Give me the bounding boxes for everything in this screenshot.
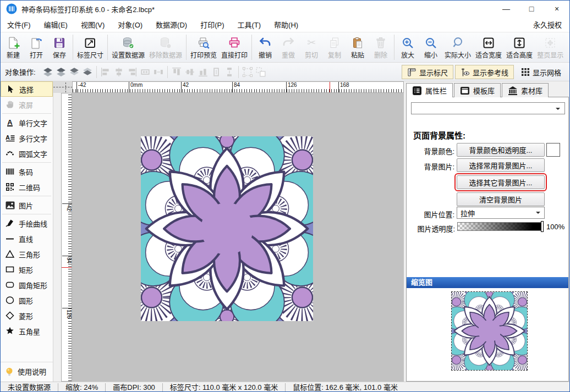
tool-arc-text[interactable]: 圆弧文字	[1, 146, 53, 161]
show-ruler-toggle[interactable]: 显示标尺	[402, 65, 453, 79]
ungroup-icon	[255, 65, 267, 79]
tool-rectangle[interactable]: 矩形	[1, 262, 53, 277]
direct-print-button[interactable]: 直接打印	[219, 34, 250, 61]
image-position-select[interactable]: 拉伸	[457, 207, 545, 219]
bring-to-front-icon[interactable]	[42, 65, 54, 79]
menu-print[interactable]: 打印(P)	[194, 19, 231, 30]
menu-bar: 文件(F) 编辑(E) 视图(V) 对象(O) 数据源(D) 打印(P) 工具(…	[1, 17, 569, 32]
fit-width-button[interactable]: 适合宽度	[473, 34, 504, 61]
align-top-icon	[171, 65, 183, 79]
save-button[interactable]: 保存	[48, 34, 71, 61]
whole-page-icon	[544, 36, 557, 50]
tool-triangle[interactable]: 三角形	[1, 246, 53, 262]
v-ruler-label: 42	[62, 203, 72, 211]
opacity-slider-handle[interactable]	[541, 221, 544, 232]
grid-icon	[521, 68, 530, 76]
properties-list-icon	[412, 86, 422, 96]
help-button[interactable]: 使用说明	[1, 362, 53, 380]
status-mouse-position: 鼠标位置: 162.6 毫米, 101.0 毫米	[285, 383, 405, 391]
toolbar-separator	[186, 35, 187, 60]
database-remove-icon	[159, 36, 172, 50]
send-to-back-icon[interactable]	[55, 65, 67, 79]
tab-properties[interactable]: 属性栏	[406, 83, 453, 97]
bg-color-opacity-button[interactable]: 背景颜色和透明度...	[457, 143, 545, 157]
same-width-icon	[139, 65, 151, 79]
move-down-icon[interactable]	[81, 65, 94, 79]
tool-circle[interactable]: 圆形	[1, 292, 53, 308]
menu-edit[interactable]: 编辑(E)	[37, 19, 74, 30]
print-preview-button[interactable]: 打印预览	[188, 34, 219, 61]
new-button[interactable]: 新建	[2, 34, 25, 61]
line-icon	[4, 234, 15, 244]
tab-materials[interactable]: 素材库	[502, 83, 549, 97]
maximize-button[interactable]: □	[519, 1, 544, 17]
save-icon	[53, 36, 66, 50]
multi-text-icon: A	[4, 133, 15, 143]
open-file-icon	[30, 36, 43, 50]
menu-object[interactable]: 对象(O)	[111, 19, 149, 30]
design-canvas[interactable]	[72, 93, 404, 382]
label-background-image[interactable]	[141, 136, 313, 321]
zoom-in-button[interactable]: 放大	[396, 34, 419, 61]
show-grid-toggle[interactable]: 显示网格	[516, 65, 567, 79]
tab-templates[interactable]: 模板库	[454, 83, 501, 97]
actual-size-button[interactable]: 实际大小	[442, 34, 473, 61]
tool-single-line-text[interactable]: A 单行文字	[1, 115, 53, 130]
whole-page-button: 整页显示	[535, 34, 566, 61]
open-button[interactable]: 打开	[25, 34, 48, 61]
menu-view[interactable]: 视图(V)	[74, 19, 111, 30]
actual-size-icon	[451, 36, 464, 50]
object-selector-dropdown[interactable]	[411, 102, 565, 114]
show-guides-toggle[interactable]: 显示参考线	[455, 65, 514, 79]
menu-help[interactable]: 帮助(H)	[267, 19, 305, 30]
section-title: 页面背景属性:	[413, 129, 465, 141]
set-datasource-button[interactable]: 设置数据源	[109, 34, 147, 61]
tool-qrcode[interactable]: 二维码	[1, 179, 53, 195]
choose-other-bg-button[interactable]: 选择其它背景图片...	[457, 175, 545, 189]
tool-image[interactable]: 图片	[1, 197, 53, 213]
menu-file[interactable]: 文件(F)	[1, 19, 37, 30]
zoom-out-button[interactable]: 缩小	[419, 34, 442, 61]
minimize-button[interactable]: —	[494, 1, 519, 17]
remove-datasource-button: 移除数据源	[147, 34, 184, 61]
app-logo-icon	[6, 3, 17, 14]
tool-freehand-curve[interactable]: 手绘曲线	[1, 216, 53, 231]
undo-button[interactable]: 撤销	[254, 34, 277, 61]
toolbar-separator	[73, 35, 73, 60]
app-window: 神奇条码标签打印系统 6.0 - 未命名2.lbcp* — □ × 文件(F) …	[0, 0, 570, 392]
choose-common-bg-button[interactable]: 选择常用背景图片...	[457, 158, 545, 172]
material-bank-icon	[508, 86, 518, 96]
qr-code-icon	[4, 182, 15, 192]
move-up-icon[interactable]	[68, 65, 80, 79]
fit-height-button[interactable]: 适合高度	[504, 34, 535, 61]
tool-rounded-rectangle[interactable]: 圆角矩形	[1, 277, 53, 292]
close-button[interactable]: ×	[544, 1, 569, 17]
h-ruler-label: 42	[181, 82, 189, 92]
paste-button[interactable]: 粘贴	[346, 34, 369, 61]
template-window-icon	[460, 86, 470, 96]
new-file-icon	[7, 36, 20, 50]
properties-panel: 页面背景属性: 背景颜色: 背景颜色和透明度... 背景图片: 选择常用背景图片…	[406, 97, 569, 382]
tool-star[interactable]: 五角星	[1, 323, 53, 339]
menu-tools[interactable]: 工具(T)	[231, 19, 267, 30]
tool-select[interactable]: 选择	[1, 81, 53, 97]
delete-button: 删除	[369, 34, 392, 61]
tool-barcode[interactable]: 条码	[1, 164, 53, 179]
clear-bg-button[interactable]: 清空背景图片	[457, 192, 545, 206]
v-spacing-icon	[223, 65, 235, 79]
tool-diamond[interactable]: 菱形	[1, 308, 53, 323]
label-size-button[interactable]: 标签尺寸	[75, 34, 106, 61]
lightbulb-icon	[4, 367, 14, 377]
align-center-h-icon	[113, 65, 125, 79]
menu-datasource[interactable]: 数据源(D)	[149, 19, 194, 30]
tool-line[interactable]: 直线	[1, 231, 53, 246]
ruler-icon	[407, 68, 416, 77]
h-ruler-label: -42	[76, 82, 86, 92]
image-opacity-slider[interactable]	[457, 222, 544, 231]
redo-button: 重做	[277, 34, 300, 61]
tool-multi-line-text[interactable]: A 多行文字	[1, 130, 53, 146]
object-toolbar: 对象操作: 显示标尺 显示参考线	[1, 63, 569, 81]
mouse-position-marker-h	[330, 82, 330, 92]
same-height-icon	[210, 65, 222, 79]
h-ruler-label: 84	[232, 82, 240, 92]
